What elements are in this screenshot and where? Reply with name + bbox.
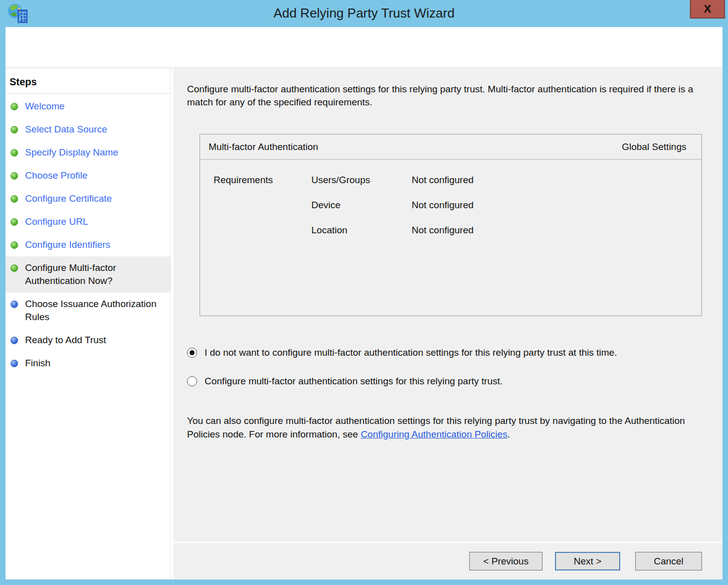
step-label: Configure URL <box>25 215 88 228</box>
mfa-table-row: RequirementsUsers/GroupsNot configured <box>200 168 701 193</box>
step-status-icon <box>11 241 18 249</box>
sidebar-step-choose-issuance-authorization-rules: Choose Issuance Authorization Rules <box>6 292 170 329</box>
dialog-body: Steps WelcomeSelect Data SourceSpecify D… <box>6 27 722 579</box>
step-status-icon <box>11 360 18 367</box>
step-status-icon <box>11 126 18 133</box>
global-settings-label: Global Settings <box>622 141 686 153</box>
radio-label: I do not want to configure multi-factor … <box>205 346 617 359</box>
step-status-icon <box>11 195 18 203</box>
mfa-cell-col2: Users/Groups <box>311 175 412 186</box>
sidebar-step-configure-url[interactable]: Configure URL <box>6 210 170 233</box>
sidebar-step-configure-certificate[interactable]: Configure Certificate <box>6 187 170 210</box>
mfa-table-row: LocationNot configured <box>200 218 701 243</box>
button-bar: < Previous Next > Cancel <box>173 542 722 579</box>
content-row: Steps WelcomeSelect Data SourceSpecify D… <box>6 69 722 579</box>
step-label: Choose Profile <box>25 169 88 182</box>
step-status-icon <box>11 301 18 308</box>
step-status-icon <box>11 218 18 226</box>
sidebar-step-configure-multi-factor-authentication-now: Configure Multi-factor Authentication No… <box>6 256 170 292</box>
mfa-cell-col3: Not configured <box>412 225 701 236</box>
main-panel: Configure multi-factor authentication se… <box>173 69 722 579</box>
sidebar-step-welcome[interactable]: Welcome <box>6 95 170 118</box>
sidebar-step-configure-identifiers[interactable]: Configure Identifiers <box>6 233 170 256</box>
steps-sidebar: Steps WelcomeSelect Data SourceSpecify D… <box>6 69 171 579</box>
radio-label: Configure multi-factor authentication se… <box>205 375 503 388</box>
cancel-button[interactable]: Cancel <box>635 552 702 570</box>
radio-button-icon[interactable] <box>187 348 197 358</box>
step-label: Configure Certificate <box>25 192 112 205</box>
step-status-icon <box>11 149 18 157</box>
intro-text: Configure multi-factor authentication se… <box>187 83 708 109</box>
sidebar-step-finish: Finish <box>6 352 170 375</box>
previous-button[interactable]: < Previous <box>469 552 542 570</box>
step-label: Choose Issuance Authorization Rules <box>25 298 166 324</box>
sidebar-step-ready-to-add-trust: Ready to Add Trust <box>6 329 170 352</box>
header-band <box>6 27 722 69</box>
step-label: Specify Display Name <box>25 146 118 159</box>
radio-button-icon[interactable] <box>187 376 197 386</box>
close-icon: X <box>704 3 711 16</box>
mfa-table-rows: RequirementsUsers/GroupsNot configuredDe… <box>200 160 701 243</box>
mfa-cell-col3: Not configured <box>412 200 701 211</box>
mfa-cell-col1: Requirements <box>214 175 311 186</box>
mfa-cell-col2: Location <box>311 225 412 236</box>
step-label: Finish <box>25 357 51 370</box>
step-label: Welcome <box>25 100 65 113</box>
mfa-table-header: Multi-factor Authentication Global Setti… <box>200 134 701 160</box>
sidebar-step-specify-display-name[interactable]: Specify Display Name <box>6 141 170 164</box>
mfa-table-row: DeviceNot configured <box>200 193 701 218</box>
sidebar-step-select-data-source[interactable]: Select Data Source <box>6 118 170 141</box>
mfa-cell-col2: Device <box>311 200 412 211</box>
wizard-window: Add Relying Party Trust Wizard X Steps W… <box>0 0 728 585</box>
footnote-after: . <box>507 429 510 440</box>
close-button[interactable]: X <box>690 0 725 19</box>
step-label: Configure Identifiers <box>25 238 110 251</box>
sidebar-step-choose-profile[interactable]: Choose Profile <box>6 164 170 187</box>
steps-list: WelcomeSelect Data SourceSpecify Display… <box>6 94 170 375</box>
next-button[interactable]: Next > <box>555 552 620 570</box>
step-status-icon <box>11 103 18 110</box>
step-label: Configure Multi-factor Authentication No… <box>25 261 166 287</box>
step-status-icon <box>11 264 18 272</box>
radio-option-no-mfa[interactable]: I do not want to configure multi-factor … <box>187 346 722 359</box>
mfa-cell-col3: Not configured <box>412 175 701 186</box>
step-status-icon <box>11 337 18 344</box>
mfa-settings-table: Multi-factor Authentication Global Setti… <box>200 134 702 316</box>
window-title: Add Relying Party Trust Wizard <box>0 6 728 21</box>
footnote-text: You can also configure multi-factor auth… <box>187 414 711 441</box>
mfa-table-title: Multi-factor Authentication <box>209 141 318 153</box>
radio-option-configure-mfa[interactable]: Configure multi-factor authentication se… <box>187 375 722 388</box>
step-label: Select Data Source <box>25 123 107 136</box>
step-status-icon <box>11 172 18 180</box>
steps-heading: Steps <box>6 73 170 94</box>
titlebar: Add Relying Party Trust Wizard X <box>0 0 728 27</box>
step-label: Ready to Add Trust <box>25 334 106 347</box>
main-content: Configure multi-factor authentication se… <box>173 69 722 542</box>
configuring-authentication-policies-link[interactable]: Configuring Authentication Policies <box>360 429 507 440</box>
